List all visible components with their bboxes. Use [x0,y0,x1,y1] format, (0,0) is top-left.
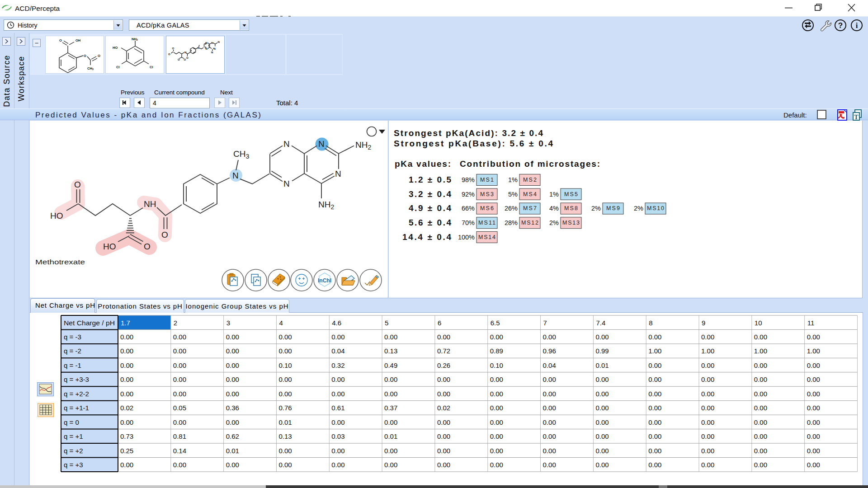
svg-text:N: N [283,179,290,188]
svg-text:0.00: 0.00 [490,375,503,383]
svg-text:0.00: 0.00 [701,418,714,426]
svg-text:q = +3: q = +3 [64,461,83,469]
svg-text:N: N [283,139,290,149]
svg-text:N: N [218,41,220,43]
svg-text:Net Charge / pH: Net Charge / pH [64,319,115,327]
svg-text:O: O [172,47,175,50]
svg-text:0.00: 0.00 [331,333,344,341]
svg-text:Contribution of microstages:: Contribution of microstages: [460,159,600,169]
svg-text:4.6: 4.6 [332,319,341,327]
svg-text:0.00: 0.00 [754,404,767,412]
svg-text:4: 4 [279,319,283,327]
svg-text:0.73: 0.73 [120,432,133,440]
svg-text:0.00: 0.00 [490,432,503,440]
svg-text:0.00: 0.00 [543,461,556,469]
svg-text:Methotrexate: Methotrexate [35,258,85,266]
svg-text:1.2 ± 0.5: 1.2 ± 0.5 [409,175,451,184]
svg-text:NH2: NH2 [318,200,334,211]
svg-text:0.00: 0.00 [543,390,556,398]
svg-text:0.00: 0.00 [226,375,239,383]
svg-text:Cl: Cl [116,65,120,69]
svg-text:0.14: 0.14 [173,447,186,455]
svg-text:0.00: 0.00 [807,390,820,398]
svg-text:0.00: 0.00 [754,447,767,455]
svg-text:q = +3-3: q = +3-3 [64,375,89,383]
svg-text:0.00: 0.00 [490,404,503,412]
svg-text:0.00: 0.00 [807,461,820,469]
svg-text:0.00: 0.00 [701,404,714,412]
svg-text:0.01: 0.01 [226,447,239,455]
svg-text:9: 9 [702,319,705,327]
svg-text:Strongest pKa(Acid): 3.2 ± 0.4: Strongest pKa(Acid): 3.2 ± 0.4 [394,128,543,138]
svg-text:0.00: 0.00 [807,432,820,440]
svg-text:0.26: 0.26 [437,361,450,369]
svg-text:3.2 ± 0.4: 3.2 ± 0.4 [409,189,451,199]
svg-text:0.00: 0.00 [278,390,292,398]
svg-text:6: 6 [438,319,441,327]
svg-text:CH3: CH3 [87,66,94,70]
svg-text:2: 2 [174,319,177,327]
svg-text:8: 8 [649,319,652,327]
svg-text:0.00: 0.00 [543,418,556,426]
svg-text:N: N [212,42,213,44]
svg-text:O: O [98,54,100,58]
svg-text:10: 10 [755,319,762,327]
svg-text:0.00: 0.00 [807,375,820,383]
svg-text:0.00: 0.00 [543,375,556,383]
svg-text:0.00: 0.00 [595,461,609,469]
svg-text:0.00: 0.00 [384,418,397,426]
svg-text:0.00: 0.00 [490,333,503,341]
svg-text:0.00: 0.00 [754,333,767,341]
svg-text:0.00: 0.00 [437,418,450,426]
svg-text:0.00: 0.00 [754,418,767,426]
svg-text:4%: 4% [549,205,559,212]
svg-text:0.00: 0.00 [648,375,661,383]
svg-text:MS6: MS6 [480,205,494,211]
svg-text:q = -3: q = -3 [64,333,81,341]
svg-text:0.00: 0.00 [595,333,609,341]
svg-text:7: 7 [543,319,547,327]
svg-text:1.7: 1.7 [121,319,130,327]
svg-text:0.00: 0.00 [173,361,186,369]
svg-text:T: T [854,114,859,121]
svg-text:MS13: MS13 [562,220,580,226]
svg-text:MS10: MS10 [647,205,664,211]
svg-text:0.00: 0.00 [543,447,556,455]
svg-text:0.00: 0.00 [807,333,820,341]
svg-text:0.89: 0.89 [490,347,503,355]
svg-text:0.01: 0.01 [595,361,609,369]
svg-text:0.05: 0.05 [173,404,186,412]
svg-text:0.00: 0.00 [384,447,397,455]
svg-text:66%: 66% [462,205,475,212]
svg-text:0.76: 0.76 [278,404,292,412]
svg-text:HO: HO [103,242,116,251]
svg-text:MS7: MS7 [523,205,537,211]
svg-text:HO: HO [50,211,63,221]
svg-text:6.5: 6.5 [491,319,500,327]
svg-text:q = +1-1: q = +1-1 [64,404,89,412]
svg-text:q = +2-2: q = +2-2 [64,390,89,398]
svg-text:pKa values:: pKa values: [395,159,451,169]
svg-text:0.00: 0.00 [226,461,239,469]
svg-text:MS14: MS14 [478,234,495,240]
svg-text:0.00: 0.00 [754,390,767,398]
svg-text:0.00: 0.00 [701,390,714,398]
svg-text:i: i [856,21,858,30]
svg-text:1.00: 1.00 [754,347,767,355]
svg-text:26%: 26% [505,205,518,212]
svg-text:q = -1: q = -1 [64,361,81,369]
svg-text:N: N [335,169,341,178]
svg-text:O: O [74,180,81,189]
svg-text:0.00: 0.00 [226,390,239,398]
svg-text:1.00: 1.00 [648,347,661,355]
svg-text:0.00: 0.00 [543,432,556,440]
svg-text:0.00: 0.00 [754,375,767,383]
svg-text:0.02: 0.02 [437,404,450,412]
svg-text:0.81: 0.81 [173,432,186,440]
svg-text:5%: 5% [508,191,518,198]
svg-text:0.00: 0.00 [331,447,344,455]
svg-text:0.00: 0.00 [278,333,292,341]
svg-text:0.00: 0.00 [595,432,609,440]
svg-text:MS4: MS4 [523,191,537,197]
svg-text:0.99: 0.99 [595,347,609,355]
